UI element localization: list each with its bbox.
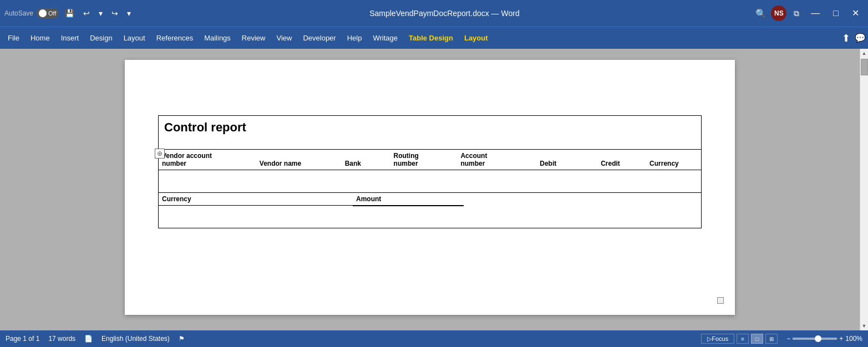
col-vendor-account: Vendor accountnumber <box>159 150 256 170</box>
zoom-out-button[interactable]: − <box>786 335 790 343</box>
web-layout-button[interactable]: ⊞ <box>765 334 778 344</box>
col-debit: Debit <box>536 150 597 170</box>
cell-empty <box>464 206 701 228</box>
zoom-slider[interactable] <box>793 338 837 340</box>
app-name: Word <box>501 9 520 18</box>
col-credit: Credit <box>597 150 646 170</box>
redo-button[interactable]: ↪ <box>109 8 121 19</box>
filename: SampleVendPaymDocReport.docx <box>369 9 489 18</box>
data-row-1 <box>159 170 701 192</box>
cell-vendor-name <box>256 170 342 192</box>
separator: — <box>491 9 501 18</box>
menu-design[interactable]: Design <box>84 30 118 45</box>
autosave-label: AutoSave <box>4 9 33 17</box>
zoom-in-button[interactable]: + <box>839 335 843 343</box>
cell-vendor-account <box>159 170 256 192</box>
share-icon[interactable]: ⬆ <box>842 32 850 44</box>
proofing-icon[interactable]: 📄 <box>84 335 93 343</box>
summary-row-1 <box>159 206 701 228</box>
zoom-thumb <box>815 335 821 342</box>
accessibility-icon[interactable]: ⚑ <box>179 335 185 343</box>
col-vendor-name: Vendor name <box>256 150 342 170</box>
menu-file[interactable]: File <box>2 30 25 45</box>
main-area: ⊕ Control report Vendor accountnumber Ve… <box>0 49 868 330</box>
toggle-state: Off <box>48 10 56 17</box>
status-bar: Page 1 of 1 17 words 📄 English (United S… <box>0 330 868 347</box>
print-layout-button[interactable]: □ <box>751 334 763 344</box>
restore-button[interactable]: ⧉ <box>791 8 802 19</box>
menu-help[interactable]: Help <box>342 30 368 45</box>
scroll-up-button[interactable]: ▲ <box>860 49 868 58</box>
summary-table: Currency Amount <box>159 192 701 228</box>
col-currency: Currency <box>646 150 701 170</box>
view-icons: ▷ Focus ≡ □ ⊞ <box>701 334 778 344</box>
cell-bank <box>342 170 390 192</box>
focus-label: Focus <box>712 335 728 342</box>
col-account-number: Accountnumber <box>457 150 536 170</box>
cell-currency2-val <box>159 206 353 228</box>
menu-layout[interactable]: Layout <box>118 30 151 45</box>
minimize-button[interactable]: — <box>806 7 824 20</box>
menu-review[interactable]: Review <box>236 30 271 45</box>
comment-icon[interactable]: 💬 <box>855 33 866 43</box>
focus-mode-button[interactable]: ▷ Focus <box>701 334 734 344</box>
header-table: Vendor accountnumber Vendor name Bank Ro… <box>159 149 701 192</box>
title-bar-left: AutoSave Off 💾 ↩ ▾ ↪ ▾ <box>4 8 134 19</box>
cell-currency <box>646 170 701 192</box>
zoom-area: − + 100% <box>786 335 862 343</box>
menu-mailings[interactable]: Mailings <box>199 30 236 45</box>
report-container: Control report Vendor accountnumber Vend… <box>158 115 702 228</box>
cell-amount-val <box>353 206 464 228</box>
undo-dropdown-button[interactable]: ▾ <box>96 8 105 19</box>
title-bar: AutoSave Off 💾 ↩ ▾ ↪ ▾ SampleVendPaymDoc… <box>0 0 868 27</box>
cell-routing <box>390 170 458 192</box>
table-move-handle[interactable]: ⊕ <box>155 149 165 159</box>
scroll-down-button[interactable]: ▼ <box>860 322 868 330</box>
report-title: Control report <box>159 116 701 149</box>
menu-references[interactable]: References <box>151 30 199 45</box>
undo-button[interactable]: ↩ <box>80 8 93 19</box>
menu-view[interactable]: View <box>271 30 297 45</box>
focus-icon: ▷ <box>707 335 712 343</box>
col-currency2: Currency <box>159 192 353 206</box>
more-button[interactable]: ▾ <box>124 8 134 19</box>
canvas-area[interactable]: ⊕ Control report Vendor accountnumber Ve… <box>0 49 860 330</box>
toggle-circle <box>39 9 47 17</box>
maximize-button[interactable]: □ <box>829 7 843 20</box>
title-bar-right: 🔍 NS ⧉ — □ ✕ <box>755 6 864 21</box>
language-indicator[interactable]: English (United States) <box>101 335 170 343</box>
menu-writage[interactable]: Writage <box>367 30 403 45</box>
document-page: ⊕ Control report Vendor accountnumber Ve… <box>125 60 735 315</box>
read-mode-button[interactable]: ≡ <box>737 334 749 344</box>
menu-table-design[interactable]: Table Design <box>403 30 459 45</box>
menu-home[interactable]: Home <box>25 30 55 45</box>
scroll-track[interactable] <box>860 58 868 322</box>
cell-debit <box>536 170 597 192</box>
menu-developer[interactable]: Developer <box>297 30 341 45</box>
col-bank: Bank <box>342 150 390 170</box>
col-amount: Amount <box>353 192 464 206</box>
menu-insert[interactable]: Insert <box>55 30 85 45</box>
search-icon[interactable]: 🔍 <box>755 8 767 19</box>
vertical-scrollbar[interactable]: ▲ ▼ <box>860 49 868 330</box>
resize-handle[interactable] <box>717 297 724 304</box>
page-indicator[interactable]: Page 1 of 1 <box>6 335 39 343</box>
avatar[interactable]: NS <box>771 6 786 21</box>
close-button[interactable]: ✕ <box>847 7 864 20</box>
autosave-toggle[interactable]: Off <box>37 8 58 18</box>
word-count[interactable]: 17 words <box>48 335 75 343</box>
title-bar-center: SampleVendPaymDocReport.docx — Word <box>137 9 753 18</box>
col-routing-number: Routingnumber <box>390 150 458 170</box>
cell-credit <box>597 170 646 192</box>
menu-bar: File Home Insert Design Layout Reference… <box>0 27 868 49</box>
menu-layout-right[interactable]: Layout <box>459 30 494 45</box>
zoom-percent[interactable]: 100% <box>845 335 862 343</box>
cell-account <box>457 170 536 192</box>
save-button[interactable]: 💾 <box>62 8 77 19</box>
scroll-thumb[interactable] <box>861 59 868 75</box>
col-empty <box>464 192 701 206</box>
